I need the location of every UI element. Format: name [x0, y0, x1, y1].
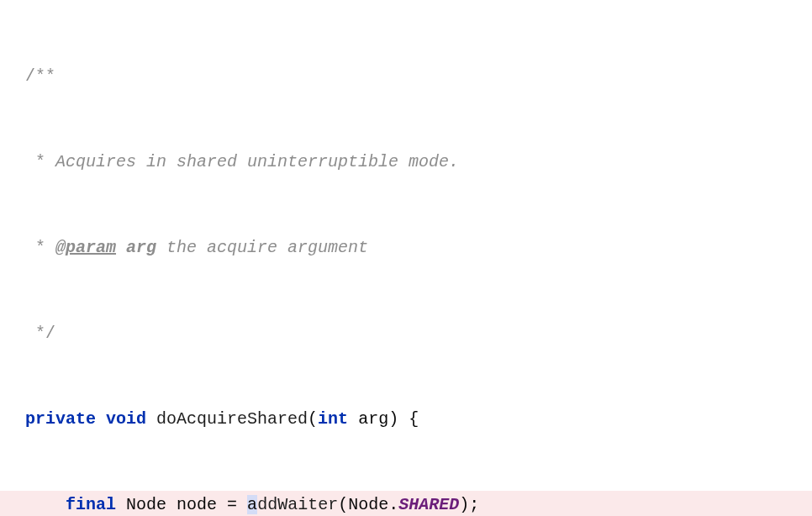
code-line[interactable]: /**	[0, 62, 812, 91]
javadoc-star: *	[25, 152, 55, 171]
code-line[interactable]: private void doAcquireShared(int arg) {	[0, 405, 812, 434]
text-cursor[interactable]: a	[247, 495, 257, 514]
javadoc-close: */	[25, 324, 55, 343]
var-name: node	[177, 495, 217, 514]
static-field: SHARED	[398, 495, 459, 514]
type-name: Node	[126, 495, 166, 514]
code-line[interactable]: * Acquires in shared uninterruptible mod…	[0, 148, 812, 176]
type-name: Node	[348, 495, 388, 514]
keyword-final: final	[66, 495, 116, 514]
javadoc-open: /**	[25, 66, 55, 86]
method-call: ddWaiter	[257, 495, 338, 514]
javadoc-param-name: arg	[126, 238, 156, 257]
javadoc-text: Acquires in shared uninterruptible mode.	[55, 152, 459, 171]
keyword-int: int	[318, 409, 348, 429]
code-editor[interactable]: /** * Acquires in shared uninterruptible…	[0, 0, 812, 516]
code-line[interactable]: */	[0, 319, 812, 348]
code-line[interactable]: * @param arg the acquire argument	[0, 234, 812, 262]
keyword-private: private	[25, 409, 96, 429]
method-name: doAcquireShared	[156, 409, 308, 429]
param-name: arg	[358, 409, 388, 429]
javadoc-tag: @param	[55, 238, 116, 257]
javadoc-text: the acquire argument	[156, 238, 368, 257]
code-line[interactable]: final Node node = addWaiter(Node.SHARED)…	[0, 491, 812, 516]
keyword-void: void	[106, 409, 146, 429]
javadoc-star: *	[25, 238, 55, 257]
